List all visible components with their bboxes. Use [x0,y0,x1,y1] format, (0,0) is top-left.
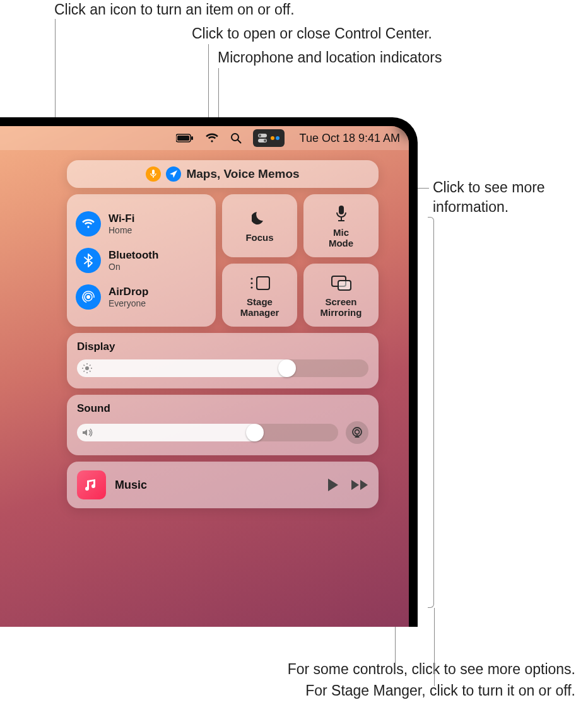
sound-slider[interactable] [77,424,338,441]
wifi-title: Wi-Fi [109,213,134,225]
control-center-panel: Maps, Voice Memos Wi-Fi Home [67,160,379,508]
menubar: Tue Oct 18 9:41 AM [0,126,409,150]
sound-title: Sound [77,402,368,415]
screen-mirroring-icon [331,272,352,294]
music-app-icon [77,470,106,499]
airdrop-subtitle: Everyone [109,298,148,308]
sound-card[interactable]: Sound [67,395,379,455]
connectivity-card[interactable]: Wi-Fi Home Bluetooth On [67,194,216,327]
device-frame: Tue Oct 18 9:41 AM Maps, Voice Memos [0,117,418,627]
bluetooth-toggle[interactable]: Bluetooth On [76,248,207,273]
svg-line-26 [84,371,85,372]
callout-toggle-icon: Click an icon to turn an item on or off. [54,0,295,20]
wifi-icon[interactable] [76,211,101,236]
wifi-toggle[interactable]: Wi-Fi Home [76,211,207,236]
display-card[interactable]: Display [67,333,379,388]
screen-mirroring-tile[interactable]: Screen Mirroring [303,264,379,327]
location-indicator-icon [166,166,181,182]
svg-point-29 [355,430,360,434]
stage-manager-icon [249,272,271,294]
svg-rect-1 [177,136,189,141]
svg-rect-18 [338,281,351,290]
svg-point-19 [85,366,89,370]
display-slider-thumb[interactable] [278,359,296,377]
microphone-icon [335,203,348,224]
control-center-menubar-button[interactable] [253,129,285,147]
svg-rect-2 [191,136,193,140]
battery-icon[interactable] [176,134,194,143]
callout-indicators: Microphone and location indicators [218,48,442,67]
svg-rect-13 [257,277,269,289]
svg-line-27 [90,365,91,366]
callout-more-info: Click to see more information. [433,178,545,217]
bluetooth-title: Bluetooth [109,249,158,262]
focus-tile[interactable]: Focus [222,194,297,257]
focus-label: Focus [245,232,273,243]
sensor-apps-row[interactable]: Maps, Voice Memos [67,160,379,188]
sensor-apps-label: Maps, Voice Memos [186,167,299,181]
svg-point-15 [250,282,252,284]
svg-rect-5 [152,170,155,175]
display-slider[interactable] [77,359,368,377]
svg-point-14 [250,277,252,279]
now-playing-card[interactable]: Music [67,462,379,508]
play-button[interactable] [327,478,339,492]
svg-point-16 [250,286,252,288]
screen-mirroring-label: Screen Mirroring [320,296,362,318]
svg-line-4 [238,140,241,143]
spotlight-icon[interactable] [230,132,242,144]
speaker-icon [82,428,93,437]
stage-manager-label: Stage Manager [240,296,279,318]
svg-line-25 [90,371,91,372]
svg-line-24 [84,365,85,366]
brightness-low-icon [82,363,92,373]
bluetooth-subtitle: On [109,262,158,272]
wifi-subtitle: Home [109,225,134,235]
leader-line [434,608,435,686]
location-indicator-dot [276,136,279,140]
callout-more-options: For some controls, click to see more opt… [38,660,575,679]
moon-icon [252,208,268,230]
airdrop-icon[interactable] [76,284,101,310]
menubar-datetime[interactable]: Tue Oct 18 9:41 AM [300,132,400,145]
airplay-icon [351,426,363,439]
screen: Tue Oct 18 9:41 AM Maps, Voice Memos [0,126,409,627]
airdrop-title: AirDrop [109,286,148,298]
stage-manager-tile[interactable]: Stage Manager [222,264,297,327]
leader-bracket [428,217,434,608]
sound-slider-thumb[interactable] [246,424,264,441]
microphone-indicator-icon [146,166,161,182]
bluetooth-icon[interactable] [76,248,101,273]
media-title: Music [115,479,318,492]
mic-indicator-dot [271,136,274,140]
airdrop-toggle[interactable]: AirDrop Everyone [76,284,207,310]
svg-rect-10 [339,206,344,214]
next-track-button[interactable] [351,479,368,491]
svg-point-7 [86,295,90,299]
wifi-icon[interactable] [205,133,219,143]
callout-open-cc: Click to open or close Control Center. [192,24,432,44]
mic-mode-tile[interactable]: Mic Mode [303,194,379,257]
airplay-audio-button[interactable] [346,421,368,444]
callout-stage-manager: For Stage Manger, click to turn it on or… [38,681,575,701]
mic-mode-label: Mic Mode [329,227,353,249]
display-title: Display [77,341,368,353]
